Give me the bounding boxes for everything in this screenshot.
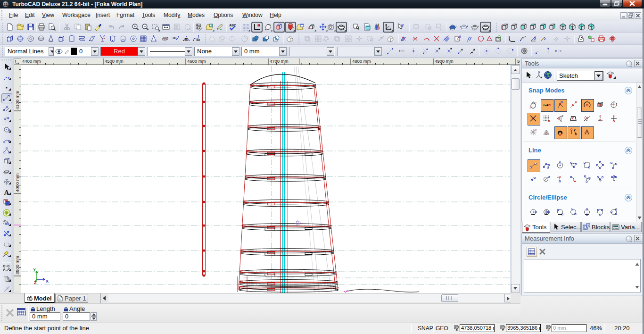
svg-text:3D: 3D	[163, 38, 166, 41]
svg-text:3900 mm: 3900 mm	[15, 256, 20, 275]
svg-text:M: M	[535, 128, 537, 131]
svg-text:Y: Y	[33, 267, 36, 272]
svg-text:5: 5	[535, 35, 536, 38]
svg-text:5000: 5000	[517, 58, 520, 64]
svg-text:1: 1	[59, 297, 61, 301]
svg-text:Z: Z	[34, 280, 37, 285]
svg-text:ABC: ABC	[229, 24, 236, 27]
svg-text:X: X	[46, 279, 49, 284]
svg-text:3D: 3D	[184, 38, 189, 41]
svg-text:X: X	[455, 328, 458, 331]
svg-text:4500 mm: 4500 mm	[105, 58, 124, 64]
svg-text:?: ?	[401, 23, 404, 28]
svg-text:4700 mm: 4700 mm	[270, 58, 289, 64]
svg-text:3D: 3D	[173, 36, 177, 40]
svg-text:4900 mm: 4900 mm	[435, 58, 454, 64]
svg-text:4100 mm: 4100 mm	[15, 91, 20, 109]
svg-text:4800 mm: 4800 mm	[352, 58, 371, 64]
svg-text:Y: Y	[502, 328, 504, 331]
svg-text:Z: Z	[547, 328, 550, 331]
svg-text:4600 mm: 4600 mm	[187, 58, 206, 64]
svg-text:4400 mm: 4400 mm	[22, 58, 41, 64]
svg-text:4000 mm: 4000 mm	[15, 173, 20, 192]
svg-text:3D: 3D	[196, 38, 200, 42]
svg-text:Y: Y	[535, 101, 537, 104]
